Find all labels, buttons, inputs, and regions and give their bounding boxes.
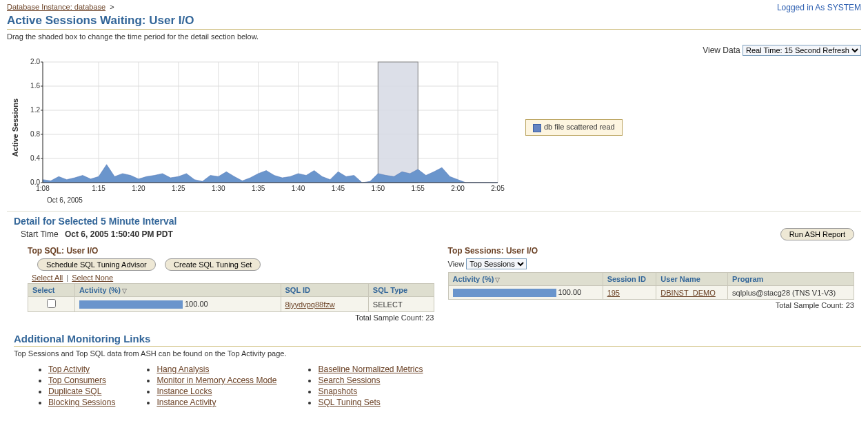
col-program[interactable]: Program <box>728 273 854 286</box>
chart-legend: db file scattered read <box>525 119 623 135</box>
title-rule <box>7 29 861 30</box>
monitoring-link[interactable]: Top Consumers <box>48 376 106 385</box>
view-data-row: View Data Real Time: 15 Second Refresh <box>7 45 861 56</box>
svg-rect-36 <box>378 62 418 183</box>
col-user-name[interactable]: User Name <box>656 273 728 286</box>
monitoring-link[interactable]: Monitor in Memory Access Mode <box>157 376 276 385</box>
activity-cell: 100.00 <box>74 297 281 312</box>
top-sessions-col: Top Sessions: User I/O View Top Sessions… <box>448 243 855 322</box>
top-sql-col: Top SQL: User I/O Schedule SQL Tuning Ad… <box>28 243 434 322</box>
breadcrumb-separator: > <box>110 3 114 11</box>
list-item: Top Consumers <box>48 376 115 385</box>
list-item: Search Sessions <box>318 376 423 385</box>
detail-start-row: Start Time Oct 6, 2005 1:50:40 PM PDT Ru… <box>21 228 854 240</box>
svg-text:1:30: 1:30 <box>212 185 225 192</box>
svg-text:2:05: 2:05 <box>491 185 505 192</box>
chart-holder: Active Sessions 0.00.40.81.21.62.01:081:… <box>11 59 861 196</box>
chart-x-date: Oct 6, 2005 <box>47 196 861 204</box>
session-id-link[interactable]: 195 <box>607 289 620 297</box>
start-time-label: Start Time <box>21 229 59 239</box>
links-col-3: Baseline Normalized MetricsSearch Sessio… <box>304 363 423 409</box>
logged-in-label: Logged in As SYSTEM <box>777 3 861 12</box>
monitoring-link[interactable]: Blocking Sessions <box>48 398 115 407</box>
active-sessions-chart[interactable]: 0.00.40.81.21.62.01:081:151:201:251:301:… <box>22 59 505 196</box>
breadcrumb: Database Instance: database > <box>7 3 114 11</box>
list-item: Baseline Normalized Metrics <box>318 364 423 374</box>
row-select-checkbox[interactable] <box>47 299 56 308</box>
links-col-2: Hang AnalysisMonitor in Memory Access Mo… <box>143 363 276 409</box>
list-item: Hang Analysis <box>157 364 276 374</box>
monitoring-link[interactable]: Instance Activity <box>157 398 216 407</box>
top-sql-button-row: Schedule SQL Tuning Advisor Create SQL T… <box>37 258 434 271</box>
svg-text:0.4: 0.4 <box>30 154 40 162</box>
table-row: 100.00195DBINST_DEMOsqlplus@stacg28 (TNS… <box>448 286 854 300</box>
schedule-sql-tuning-advisor-button[interactable]: Schedule SQL Tuning Advisor <box>37 258 156 271</box>
col-sql-id[interactable]: SQL ID <box>281 284 368 297</box>
create-sql-tuning-set-button[interactable]: Create SQL Tuning Set <box>165 258 261 271</box>
monitoring-link[interactable]: Top Activity <box>48 364 90 374</box>
svg-text:0.8: 0.8 <box>30 130 40 138</box>
start-time-value: Oct 6, 2005 1:50:40 PM PDT <box>65 229 173 239</box>
svg-text:2:00: 2:00 <box>451 185 465 192</box>
svg-text:2.0: 2.0 <box>30 59 40 65</box>
list-item: Blocking Sessions <box>48 398 115 407</box>
monitoring-link[interactable]: Snapshots <box>318 387 357 396</box>
svg-text:1:45: 1:45 <box>332 185 345 192</box>
monitoring-link[interactable]: Duplicate SQL <box>48 387 101 396</box>
detail-heading: Detail for Selected 5 Minute Interval <box>14 216 861 227</box>
list-item: SQL Tuning Sets <box>318 398 423 407</box>
links-col-1: Top ActivityTop ConsumersDuplicate SQLBl… <box>34 363 115 409</box>
list-item: Instance Locks <box>157 387 276 396</box>
program-value: sqlplus@stacg28 (TNS V1-V3) <box>728 286 854 300</box>
monitoring-link[interactable]: Instance Locks <box>157 387 212 396</box>
svg-text:1:08: 1:08 <box>36 185 50 192</box>
col-session-id[interactable]: Session ID <box>603 273 656 286</box>
svg-text:1.6: 1.6 <box>30 82 40 90</box>
select-links-row: Select All | Select None <box>32 274 434 282</box>
svg-text:1:50: 1:50 <box>372 185 385 192</box>
col-sql-type[interactable]: SQL Type <box>368 284 434 297</box>
additional-links-columns: Top ActivityTop ConsumersDuplicate SQLBl… <box>7 363 861 409</box>
list-item: Top Activity <box>48 364 115 374</box>
svg-text:1:55: 1:55 <box>411 185 425 192</box>
breadcrumb-instance-link[interactable]: Database Instance: database <box>7 3 105 11</box>
monitoring-link[interactable]: Search Sessions <box>318 376 380 385</box>
header-row: Database Instance: database > Logged in … <box>7 3 861 12</box>
svg-text:1.2: 1.2 <box>30 106 40 114</box>
activity-bar <box>453 289 556 297</box>
top-sessions-sample-count: Total Sample Count: 23 <box>448 301 855 309</box>
top-sql-sample-count: Total Sample Count: 23 <box>28 313 434 322</box>
view-data-select[interactable]: Real Time: 15 Second Refresh <box>743 45 861 56</box>
activity-value: 100.00 <box>185 300 208 308</box>
svg-text:1:15: 1:15 <box>92 185 105 192</box>
sql-type-value: SELECT <box>368 297 434 312</box>
monitoring-link[interactable]: SQL Tuning Sets <box>318 398 380 407</box>
legend-series-label: db file scattered read <box>544 123 615 131</box>
svg-text:1:20: 1:20 <box>132 185 145 192</box>
legend-swatch-icon <box>533 124 541 132</box>
list-item: Monitor in Memory Access Mode <box>157 376 276 385</box>
monitoring-link[interactable]: Hang Analysis <box>157 364 209 374</box>
run-ash-report-button[interactable]: Run ASH Report <box>780 228 854 240</box>
monitoring-link[interactable]: Baseline Normalized Metrics <box>318 364 423 374</box>
select-none-link[interactable]: Select None <box>72 274 113 282</box>
svg-text:1:40: 1:40 <box>292 185 305 192</box>
top-sessions-view-select[interactable]: Top Sessions <box>466 258 527 269</box>
user-name-link[interactable]: DBINST_DEMO <box>660 289 715 297</box>
top-sessions-view-label: View <box>448 260 465 268</box>
additional-links-heading: Additional Monitoring Links <box>14 333 861 344</box>
top-sql-table: Select Activity (%) SQL ID SQL Type 100.… <box>28 283 434 312</box>
select-links-sep: | <box>66 274 68 282</box>
top-sessions-view-row: View Top Sessions <box>448 258 855 269</box>
col-select[interactable]: Select <box>28 284 75 297</box>
col-sess-activity[interactable]: Activity (%) <box>448 273 603 286</box>
view-data-label: View Data <box>703 45 740 55</box>
select-all-link[interactable]: Select All <box>32 274 63 282</box>
sql-id-link[interactable]: 8jyydvpq88fzw <box>285 300 335 309</box>
top-sql-heading: Top SQL: User I/O <box>28 246 434 256</box>
activity-bar <box>79 300 183 309</box>
list-item: Snapshots <box>318 387 423 396</box>
col-activity[interactable]: Activity (%) <box>74 284 281 297</box>
svg-text:1:25: 1:25 <box>172 185 185 192</box>
list-item: Instance Activity <box>157 398 276 407</box>
